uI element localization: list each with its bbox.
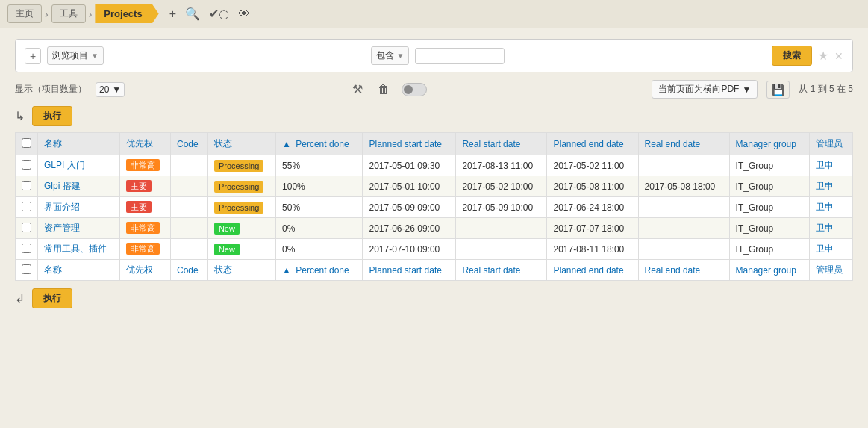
col-planned-end-label[interactable]: Planned end date <box>553 139 623 149</box>
view-nav-icon[interactable]: 👁 <box>238 7 250 21</box>
favorite-icon[interactable]: ★ <box>818 49 828 63</box>
table-body: GLPI 入门非常高Processing55%2017-05-01 09:302… <box>16 155 853 260</box>
row-percent: 100% <box>276 176 363 197</box>
toggle-switch[interactable] <box>402 83 427 96</box>
header-name[interactable]: 名称 <box>38 133 120 155</box>
col-code-label[interactable]: Code <box>177 139 199 149</box>
col-real-start-label[interactable]: Real start date <box>462 139 520 149</box>
row-checkbox[interactable] <box>22 244 31 253</box>
row-manager-group: IT_Group <box>729 155 809 176</box>
delete-icon[interactable]: 🗑 <box>375 81 393 98</box>
header-manager-group[interactable]: Manager group <box>729 133 809 155</box>
footer-code[interactable]: Code <box>171 260 208 281</box>
home-link[interactable]: 主页 <box>7 4 42 23</box>
search-input[interactable] <box>415 48 505 64</box>
col-status-label[interactable]: 状态 <box>214 138 232 149</box>
row-manager[interactable]: 卫申 <box>810 218 853 239</box>
pdf-button[interactable]: 当前页面为横向PDF ▼ <box>652 80 758 99</box>
footer-real-start[interactable]: Real start date <box>456 260 547 281</box>
close-search-icon[interactable]: ✕ <box>834 50 843 62</box>
footer-select-all-checkbox[interactable] <box>22 264 31 274</box>
row-planned-end: 2017-05-02 11:00 <box>547 155 638 176</box>
header-code[interactable]: Code <box>171 133 208 155</box>
row-manager[interactable]: 卫申 <box>810 155 853 176</box>
pdf-label: 当前页面为横向PDF <box>658 83 739 96</box>
row-status: New <box>207 218 275 239</box>
header-status[interactable]: 状态 <box>207 133 275 155</box>
row-real-start: 2017-08-13 11:00 <box>456 155 547 176</box>
table-header-row: 名称 优先权 Code 状态 ▲ Percent done Planned st… <box>16 133 853 155</box>
row-checkbox[interactable] <box>22 223 31 232</box>
row-manager[interactable]: 卫申 <box>810 176 853 197</box>
top-execute-button[interactable]: 执行 <box>32 106 72 126</box>
footer-percent[interactable]: ▲ Percent done <box>276 260 363 281</box>
row-checkbox-cell <box>16 239 38 260</box>
header-planned-end[interactable]: Planned end date <box>547 133 638 155</box>
header-manager[interactable]: 管理员 <box>810 133 853 155</box>
header-priority[interactable]: 优先权 <box>120 133 171 155</box>
contains-dropdown[interactable]: 包含 ▼ <box>371 46 410 65</box>
col-name-label[interactable]: 名称 <box>44 138 62 149</box>
row-checkbox[interactable] <box>22 181 31 190</box>
save-button[interactable]: 💾 <box>766 81 790 99</box>
row-name[interactable]: Glpi 搭建 <box>38 176 120 197</box>
browse-label: 浏览项目 <box>52 49 88 62</box>
browse-dropdown[interactable]: 浏览项目 ▼ <box>47 46 104 65</box>
col-manager-label[interactable]: 管理员 <box>816 138 843 149</box>
breadcrumb-separator-1: › <box>45 8 49 20</box>
header-real-start[interactable]: Real start date <box>456 133 547 155</box>
search-nav-icon[interactable]: 🔍 <box>185 7 200 21</box>
per-page-value: 20 <box>99 84 109 95</box>
footer-planned-start[interactable]: Planned start date <box>363 260 456 281</box>
row-checkbox-cell <box>16 176 38 197</box>
col-manager-group-label[interactable]: Manager group <box>736 139 796 149</box>
row-name[interactable]: 界面介绍 <box>38 197 120 218</box>
row-percent: 55% <box>276 155 363 176</box>
bottom-execute-button[interactable]: 执行 <box>32 288 72 308</box>
row-name[interactable]: GLPI 入门 <box>38 155 120 176</box>
contains-dropdown-arrow: ▼ <box>397 52 405 60</box>
footer-name[interactable]: 名称 <box>38 260 120 281</box>
search-add-button[interactable]: + <box>25 48 41 64</box>
row-priority: 非常高 <box>120 155 171 176</box>
header-percent[interactable]: ▲ Percent done <box>276 133 363 155</box>
row-manager[interactable]: 卫申 <box>810 197 853 218</box>
row-checkbox[interactable] <box>22 202 31 211</box>
col-percent-label[interactable]: Percent done <box>296 139 349 149</box>
header-planned-start[interactable]: Planned start date <box>363 133 456 155</box>
breadcrumb-tools[interactable]: 工具 <box>51 4 86 23</box>
wrench-icon[interactable]: ⚒ <box>349 81 366 98</box>
search-button[interactable]: 搜索 <box>772 46 812 66</box>
col-priority-label[interactable]: 优先权 <box>126 138 153 149</box>
table-row: Glpi 搭建主要Processing100%2017-05-01 10:002… <box>16 176 853 197</box>
col-planned-start-label[interactable]: Planned start date <box>369 139 441 149</box>
row-real-start: 2017-05-02 10:00 <box>456 176 547 197</box>
row-manager[interactable]: 卫申 <box>810 239 853 260</box>
breadcrumb-home[interactable]: 主页 <box>7 4 42 23</box>
items-per-page-selector[interactable]: 20 ▼ <box>96 82 125 97</box>
footer-real-end[interactable]: Real end date <box>638 260 729 281</box>
table-row: 常用工具、插件非常高New0%2017-07-10 09:002017-08-1… <box>16 239 853 260</box>
footer-manager-group[interactable]: Manager group <box>729 260 809 281</box>
row-planned-end: 2017-05-08 11:00 <box>547 176 638 197</box>
contains-label: 包含 <box>376 49 394 62</box>
tools-link[interactable]: 工具 <box>51 4 86 23</box>
row-checkbox[interactable] <box>22 160 31 170</box>
add-nav-icon[interactable]: + <box>169 7 176 21</box>
row-planned-start: 2017-05-09 09:00 <box>363 197 456 218</box>
col-real-end-label[interactable]: Real end date <box>645 139 701 149</box>
row-name[interactable]: 常用工具、插件 <box>38 239 120 260</box>
row-real-end <box>638 218 729 239</box>
current-page-label: Projects <box>95 4 158 23</box>
row-name[interactable]: 资产管理 <box>38 218 120 239</box>
footer-status[interactable]: 状态 <box>207 260 275 281</box>
header-real-end[interactable]: Real end date <box>638 133 729 155</box>
select-all-checkbox[interactable] <box>22 138 31 148</box>
pdf-dropdown-arrow: ▼ <box>742 84 751 95</box>
footer-planned-end[interactable]: Planned end date <box>547 260 638 281</box>
approve-nav-icon[interactable]: ✔◌ <box>209 7 229 21</box>
footer-priority[interactable]: 优先权 <box>120 260 171 281</box>
arrow-down-icon: ↳ <box>15 109 25 123</box>
footer-manager[interactable]: 管理员 <box>810 260 853 281</box>
show-label: 显示（项目数量） <box>15 83 87 96</box>
